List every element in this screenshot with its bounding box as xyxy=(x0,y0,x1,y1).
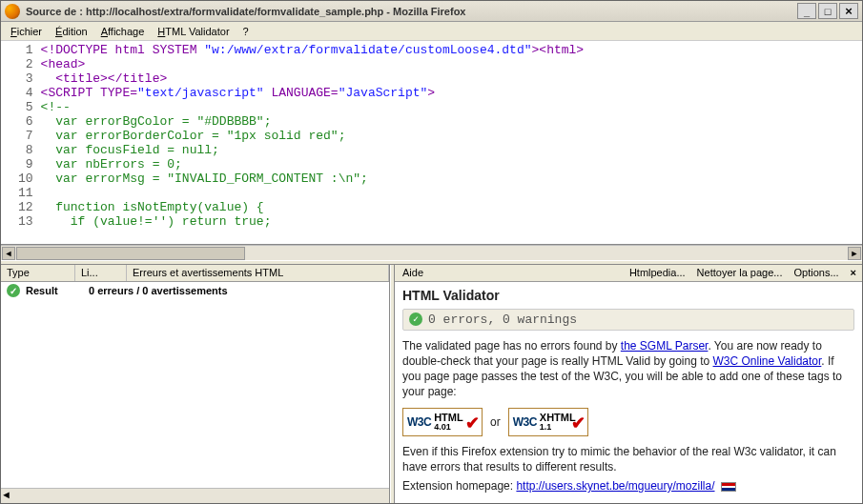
status-text: 0 errors, 0 warnings xyxy=(428,312,577,327)
sgml-parser-link[interactable]: the SGML Parser xyxy=(621,339,709,353)
col-message[interactable]: Erreurs et avertissements HTML xyxy=(127,265,389,281)
window-title: Source de : http://localhost/extra/formv… xyxy=(26,6,797,17)
help-label: Aide xyxy=(395,265,624,280)
line-gutter: 12345678910111213 xyxy=(1,43,41,229)
col-type[interactable]: Type xyxy=(1,265,75,281)
validator-paragraph-1: The validated page has no errors found b… xyxy=(402,338,854,400)
w3c-xhtml11-badge[interactable]: W3C XHTML1.1 ✔ xyxy=(508,408,588,436)
minimize-button[interactable]: _ xyxy=(797,3,816,19)
menu-file[interactable]: Fichier xyxy=(5,24,48,39)
w3c-online-validator-link[interactable]: W3C Online Validator xyxy=(713,354,822,368)
checkmark-icon: ✔ xyxy=(465,413,480,433)
options-link[interactable]: Options... xyxy=(788,265,844,280)
checkmark-icon: ✔ xyxy=(571,413,586,433)
source-code[interactable]: <!DOCTYPE html SYSTEM "w:/www/extra/form… xyxy=(41,43,585,229)
scroll-left-icon[interactable]: ◄ xyxy=(1,489,389,500)
scrollbar-thumb[interactable] xyxy=(16,247,245,260)
titlebar: Source de : http://localhost/extra/formv… xyxy=(1,1,862,22)
errors-pane: Type Li... Erreurs et avertissements HTM… xyxy=(1,265,390,503)
source-view[interactable]: 12345678910111213 <!DOCTYPE html SYSTEM … xyxy=(1,41,862,245)
help-pane: Aide Htmlpedia... Nettoyer la page... Op… xyxy=(395,265,862,503)
menu-edit[interactable]: Édition xyxy=(50,24,93,39)
or-label: or xyxy=(490,415,501,429)
scroll-right-icon[interactable]: ► xyxy=(848,247,861,260)
maximize-button[interactable]: □ xyxy=(818,3,837,19)
result-message: 0 erreurs / 0 avertissements xyxy=(89,285,228,296)
htmlpedia-link[interactable]: Htmlpedia... xyxy=(624,265,691,280)
menu-help[interactable]: ? xyxy=(237,24,255,39)
validator-paragraph-2: Even if this Firefox extension try to mi… xyxy=(402,444,854,474)
close-button[interactable]: × xyxy=(839,3,858,19)
w3c-html401-badge[interactable]: W3C HTML4.01 ✔ xyxy=(402,408,483,436)
help-pane-header: Aide Htmlpedia... Nettoyer la page... Op… xyxy=(395,265,862,282)
menu-view[interactable]: Affichage xyxy=(95,24,151,39)
validator-paragraph-3: Extension homepage: http://users.skynet.… xyxy=(402,478,854,494)
check-icon: ✓ xyxy=(7,284,20,297)
clean-page-link[interactable]: Nettoyer la page... xyxy=(691,265,789,280)
extension-homepage-link[interactable]: http://users.skynet.be/mgueury/mozilla/ xyxy=(516,479,714,493)
result-type: Result xyxy=(26,285,83,296)
menu-html-validator[interactable]: HTML Validator xyxy=(152,24,235,39)
scroll-left-icon[interactable]: ◄ xyxy=(2,247,15,260)
scroll-right-icon[interactable]: ► xyxy=(1,500,389,503)
uk-flag-icon xyxy=(721,482,736,492)
source-horizontal-scrollbar[interactable]: ◄ ► xyxy=(1,245,862,260)
result-row[interactable]: ✓ Result 0 erreurs / 0 avertissements xyxy=(1,282,389,299)
validator-title: HTML Validator xyxy=(402,288,854,303)
validator-status: ✓ 0 errors, 0 warnings xyxy=(402,309,854,331)
errors-table-header: Type Li... Erreurs et avertissements HTM… xyxy=(1,265,389,282)
help-close-icon[interactable]: × xyxy=(845,265,862,280)
menubar: Fichier Édition Affichage HTML Validator… xyxy=(1,22,862,41)
check-icon: ✓ xyxy=(409,312,422,326)
firefox-icon xyxy=(5,4,20,19)
col-line[interactable]: Li... xyxy=(75,265,127,281)
errors-horizontal-scrollbar[interactable]: ◄ ► xyxy=(1,488,389,503)
